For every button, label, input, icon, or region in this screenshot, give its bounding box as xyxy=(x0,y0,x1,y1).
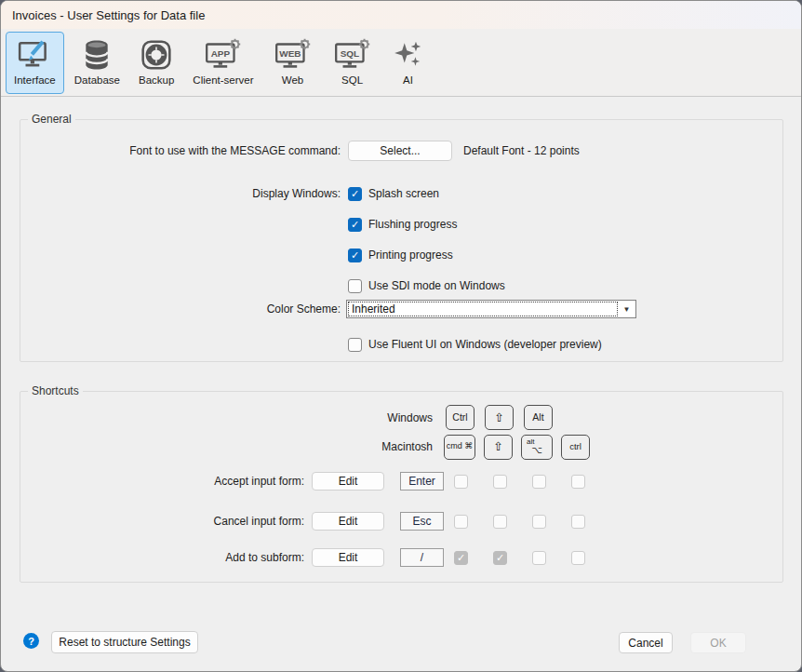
sql-icon: SQL xyxy=(332,36,373,74)
printing-progress-option: ✓ Printing progress xyxy=(348,248,505,262)
svg-text:WEB: WEB xyxy=(279,48,301,59)
settings-toolbar: Interface Database xyxy=(1,29,801,97)
cancel-button[interactable]: Cancel xyxy=(619,632,673,653)
accept-input-form-label: Accept input form: xyxy=(20,475,304,488)
cancel-mod-2-checkbox: ✓ xyxy=(493,515,507,529)
mac-ctrl-keycap: ctrl xyxy=(561,435,590,460)
user-settings-dialog: Invoices - User Settings for Data file I… xyxy=(0,0,802,672)
color-scheme-dropdown[interactable]: Inherited ▼ xyxy=(346,300,636,318)
tab-client-server[interactable]: APP Client-server xyxy=(184,32,261,94)
cancel-mod-4-checkbox: ✓ xyxy=(571,515,585,529)
subform-mod-1-checkbox: ✓ xyxy=(454,551,468,565)
check-icon: ✓ xyxy=(351,220,359,230)
accept-mod-1-checkbox: ✓ xyxy=(454,475,468,489)
tab-web[interactable]: WEB Web xyxy=(264,32,322,94)
general-legend: General xyxy=(28,113,75,126)
flushing-progress-option: ✓ Flushing progress xyxy=(348,217,505,232)
checkbox-label: Printing progress xyxy=(368,249,453,262)
cancel-input-form-row: Cancel input form: Edit Esc ✓ ✓ ✓ ✓ xyxy=(20,511,782,531)
accept-mod-2-checkbox: ✓ xyxy=(493,475,507,489)
flushing-progress-checkbox[interactable]: ✓ xyxy=(348,218,362,232)
accept-edit-button[interactable]: Edit xyxy=(312,472,384,491)
general-groupbox: General Font to use with the MESSAGE com… xyxy=(20,119,783,362)
sdi-mode-option: ✓ Use SDI mode on Windows xyxy=(348,278,505,293)
current-font-value: Default Font - 12 points xyxy=(463,144,580,157)
shortcuts-groupbox: Shortcuts Windows Ctrl ⇧ Alt Macintosh c… xyxy=(20,391,783,583)
sdi-mode-checkbox[interactable]: ✓ xyxy=(348,279,362,293)
accept-mod-4-checkbox: ✓ xyxy=(571,475,585,489)
check-icon: ✓ xyxy=(351,250,359,261)
add-to-subform-row: Add to subform: Edit / ✓ ✓ ✓ ✓ xyxy=(20,547,782,568)
color-scheme-value: Inherited xyxy=(348,302,618,316)
splash-screen-checkbox[interactable]: ✓ xyxy=(348,187,362,201)
printing-progress-checkbox[interactable]: ✓ xyxy=(348,249,362,262)
web-icon: WEB xyxy=(273,36,314,74)
cancel-input-form-label: Cancel input form: xyxy=(20,515,304,528)
tab-interface[interactable]: Interface xyxy=(6,32,64,94)
tab-ai[interactable]: AI xyxy=(383,32,434,94)
subform-mod-3-checkbox: ✓ xyxy=(532,551,546,565)
tool-label: Web xyxy=(282,74,303,86)
window-title: Invoices - User Settings for Data file xyxy=(12,8,205,22)
display-windows-row: Display Windows: ✓ Splash screen ✓ Flush… xyxy=(20,186,782,293)
checkbox-label: Flushing progress xyxy=(368,218,457,231)
tool-label: SQL xyxy=(341,74,363,86)
question-mark-icon: ? xyxy=(28,636,34,647)
tool-label: Interface xyxy=(14,74,56,86)
accept-mod-3-checkbox: ✓ xyxy=(532,475,546,489)
subform-mod-4-checkbox: ✓ xyxy=(571,551,585,565)
checkbox-label: Splash screen xyxy=(368,187,439,200)
subform-edit-button[interactable]: Edit xyxy=(312,548,384,567)
database-icon xyxy=(81,36,113,74)
message-font-row: Font to use with the MESSAGE command: Se… xyxy=(20,141,782,161)
reset-to-structure-settings-button[interactable]: Reset to structure Settings xyxy=(51,631,198,653)
cancel-edit-button[interactable]: Edit xyxy=(312,512,384,531)
ctrl-keycap: Ctrl xyxy=(446,405,475,430)
subform-key-display: / xyxy=(400,548,444,567)
accept-input-form-row: Accept input form: Edit Enter ✓ ✓ ✓ ✓ xyxy=(20,471,782,491)
macintosh-label: Macintosh xyxy=(20,440,433,453)
tab-database[interactable]: Database xyxy=(66,32,128,94)
cancel-key-display: Esc xyxy=(400,512,444,531)
tab-backup[interactable]: Backup xyxy=(130,32,182,94)
macintosh-modifiers-row: Macintosh cmd ⌘ ⇧ alt ⌥ ctrl xyxy=(20,434,782,460)
color-scheme-label: Color Scheme: xyxy=(20,302,341,316)
checkbox-label: Use SDI mode on Windows xyxy=(368,279,505,292)
title-bar: Invoices - User Settings for Data file xyxy=(1,1,801,29)
tool-label: Database xyxy=(74,74,120,86)
ok-button[interactable]: OK xyxy=(690,632,746,653)
cmd-keycap: cmd ⌘ xyxy=(444,435,475,460)
alt-keycap: Alt xyxy=(524,405,553,430)
interface-icon xyxy=(17,36,52,74)
chevron-down-icon[interactable]: ▼ xyxy=(620,301,634,317)
svg-text:APP: APP xyxy=(211,48,231,59)
subform-mod-2-checkbox: ✓ xyxy=(493,551,507,565)
check-icon: ✓ xyxy=(351,189,359,199)
cancel-mod-3-checkbox: ✓ xyxy=(532,515,546,529)
backup-icon xyxy=(140,36,172,74)
message-font-label: Font to use with the MESSAGE command: xyxy=(20,144,341,157)
fluent-ui-checkbox[interactable]: ✓ xyxy=(348,338,362,352)
splash-screen-option: ✓ Splash screen xyxy=(348,186,505,201)
ai-sparkles-icon xyxy=(393,36,424,74)
check-icon: ✓ xyxy=(457,553,465,563)
help-button[interactable]: ? xyxy=(23,633,39,649)
display-windows-label: Display Windows: xyxy=(20,186,341,200)
tool-label: Client-server xyxy=(193,74,253,86)
add-to-subform-label: Add to subform: xyxy=(20,551,304,564)
tool-label: Backup xyxy=(139,74,174,86)
tab-sql[interactable]: SQL SQL xyxy=(324,32,381,94)
windows-modifiers-row: Windows Ctrl ⇧ Alt xyxy=(20,405,782,430)
accept-key-display: Enter xyxy=(400,472,444,491)
tool-label: AI xyxy=(403,74,413,86)
check-icon: ✓ xyxy=(496,553,504,563)
mac-shift-keycap: ⇧ xyxy=(484,435,513,460)
color-scheme-row: Color Scheme: Inherited ▼ xyxy=(20,300,782,318)
shift-keycap: ⇧ xyxy=(485,405,514,430)
option-keycap: alt ⌥ xyxy=(521,435,553,460)
shortcuts-legend: Shortcuts xyxy=(28,384,83,397)
cancel-mod-1-checkbox: ✓ xyxy=(454,515,468,529)
fluent-ui-option: ✓ Use Fluent UI on Windows (developer pr… xyxy=(20,337,782,352)
client-server-icon: APP xyxy=(203,36,244,74)
font-select-button[interactable]: Select... xyxy=(348,141,452,161)
